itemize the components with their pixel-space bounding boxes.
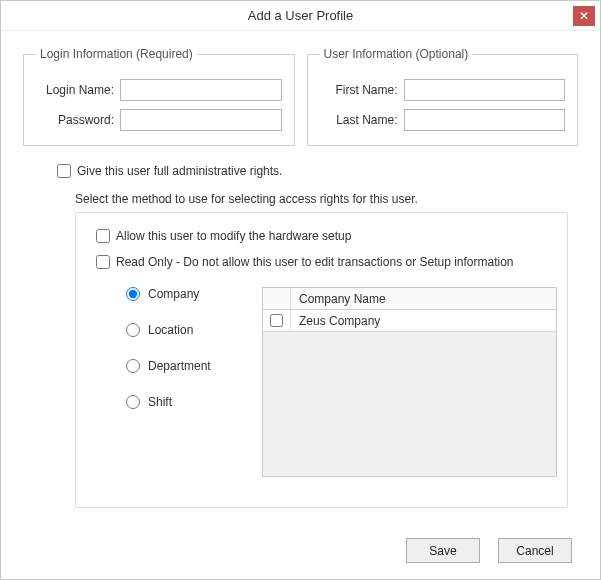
radio-company-label: Company xyxy=(148,287,199,301)
admin-rights-row: Give this user full administrative right… xyxy=(57,164,578,178)
allow-modify-label: Allow this user to modify the hardware s… xyxy=(116,229,351,243)
radio-location-label: Location xyxy=(148,323,193,337)
dialog-window: Add a User Profile ✕ Login Information (… xyxy=(0,0,601,580)
grid-row-name: Zeus Company xyxy=(291,314,556,328)
radio-company[interactable] xyxy=(126,287,140,301)
radio-location-row: Location xyxy=(126,323,262,337)
radio-shift-label: Shift xyxy=(148,395,172,409)
close-icon: ✕ xyxy=(579,9,589,23)
first-name-label: First Name: xyxy=(320,83,398,97)
top-fieldsets: Login Information (Required) Login Name:… xyxy=(23,47,578,146)
password-row: Password: xyxy=(36,109,282,131)
close-button[interactable]: ✕ xyxy=(573,6,595,26)
titlebar: Add a User Profile ✕ xyxy=(1,1,600,31)
user-info-group: User Information (Optional) First Name: … xyxy=(307,47,579,146)
password-input[interactable] xyxy=(120,109,282,131)
login-name-input[interactable] xyxy=(120,79,282,101)
read-only-label: Read Only - Do not allow this user to ed… xyxy=(116,255,514,269)
first-name-row: First Name: xyxy=(320,79,566,101)
method-area: Company Location Department Shift xyxy=(92,287,557,477)
admin-rights-checkbox[interactable] xyxy=(57,164,71,178)
grid-row-checkbox-cell xyxy=(263,310,291,331)
read-only-row: Read Only - Do not allow this user to ed… xyxy=(96,255,557,269)
login-info-legend: Login Information (Required) xyxy=(36,47,197,61)
last-name-row: Last Name: xyxy=(320,109,566,131)
admin-rights-label: Give this user full administrative right… xyxy=(77,164,282,178)
password-label: Password: xyxy=(36,113,114,127)
content-area: Login Information (Required) Login Name:… xyxy=(1,31,600,522)
grid-row-checkbox[interactable] xyxy=(270,314,283,327)
radio-location[interactable] xyxy=(126,323,140,337)
radio-department-row: Department xyxy=(126,359,262,373)
login-name-row: Login Name: xyxy=(36,79,282,101)
grid-header: Company Name xyxy=(263,288,556,310)
radio-shift[interactable] xyxy=(126,395,140,409)
grid-header-name: Company Name xyxy=(291,288,556,309)
cancel-button[interactable]: Cancel xyxy=(498,538,572,563)
first-name-input[interactable] xyxy=(404,79,566,101)
grid-header-checkbox-col xyxy=(263,288,291,309)
scope-radio-group: Company Location Department Shift xyxy=(92,287,262,477)
user-info-legend: User Information (Optional) xyxy=(320,47,473,61)
radio-department-label: Department xyxy=(148,359,211,373)
access-instruction: Select the method to use for selecting a… xyxy=(75,192,578,206)
radio-company-row: Company xyxy=(126,287,262,301)
last-name-input[interactable] xyxy=(404,109,566,131)
table-row[interactable]: Zeus Company xyxy=(263,310,556,332)
access-rights-panel: Allow this user to modify the hardware s… xyxy=(75,212,568,508)
last-name-label: Last Name: xyxy=(320,113,398,127)
window-title: Add a User Profile xyxy=(248,1,354,31)
read-only-checkbox[interactable] xyxy=(96,255,110,269)
allow-modify-checkbox[interactable] xyxy=(96,229,110,243)
radio-shift-row: Shift xyxy=(126,395,262,409)
save-button[interactable]: Save xyxy=(406,538,480,563)
login-info-group: Login Information (Required) Login Name:… xyxy=(23,47,295,146)
allow-modify-row: Allow this user to modify the hardware s… xyxy=(96,229,557,243)
dialog-buttons: Save Cancel xyxy=(406,538,572,563)
company-grid: Company Name Zeus Company xyxy=(262,287,557,477)
radio-department[interactable] xyxy=(126,359,140,373)
login-name-label: Login Name: xyxy=(36,83,114,97)
